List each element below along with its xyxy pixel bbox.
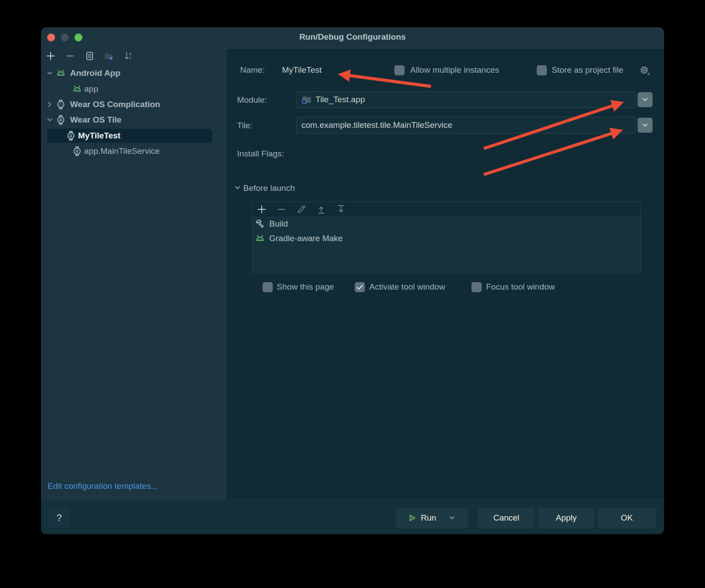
tree-item-app-maintileservice[interactable]: app.MainTileService bbox=[41, 144, 226, 158]
android-icon bbox=[72, 84, 82, 96]
module-select[interactable]: Tile_Test.app bbox=[296, 91, 636, 108]
run-button-label: Run bbox=[421, 513, 436, 523]
run-debug-configurations-dialog: Run/Debug Configurations bbox=[41, 27, 664, 534]
name-value[interactable]: MyTileTest bbox=[282, 65, 322, 75]
tree-item-label: app.MainTileService bbox=[84, 146, 160, 156]
chevron-down-icon[interactable] bbox=[234, 184, 241, 193]
store-as-project-file-checkbox[interactable] bbox=[537, 65, 547, 75]
add-configuration-icon[interactable] bbox=[45, 51, 56, 61]
show-this-page-checkbox[interactable] bbox=[263, 282, 273, 292]
apply-button[interactable]: Apply bbox=[538, 507, 594, 528]
sort-configurations-icon[interactable]: a z bbox=[123, 51, 134, 61]
chevron-right-icon[interactable] bbox=[46, 101, 53, 110]
play-icon bbox=[408, 514, 416, 522]
new-folder-icon[interactable] bbox=[104, 51, 114, 61]
chevron-down-icon[interactable] bbox=[449, 514, 456, 521]
android-icon bbox=[56, 68, 66, 80]
edit-task-icon[interactable] bbox=[296, 204, 307, 215]
tile-select[interactable]: com.example.tiletest.tile.MainTileServic… bbox=[296, 117, 636, 134]
svg-text:z: z bbox=[129, 56, 131, 60]
remove-task-icon[interactable] bbox=[276, 204, 287, 215]
tree-item-android-app[interactable]: Android App bbox=[41, 66, 226, 80]
gear-icon[interactable] bbox=[638, 64, 651, 78]
chevron-down-icon[interactable] bbox=[46, 70, 53, 78]
cancel-button[interactable]: Cancel bbox=[478, 507, 534, 528]
focus-tool-window-checkbox[interactable] bbox=[471, 282, 482, 292]
tree-item-label: MyTileTest bbox=[78, 130, 120, 141]
remove-configuration-icon[interactable] bbox=[65, 51, 75, 61]
task-label: Gradle-aware Make bbox=[269, 234, 343, 243]
tree-item-wear-os-tile[interactable]: Wear OS Tile bbox=[41, 113, 226, 127]
allow-multiple-instances-checkbox[interactable] bbox=[394, 65, 404, 75]
name-label: Name: bbox=[240, 65, 265, 75]
check-icon bbox=[356, 283, 364, 291]
window-title: Run/Debug Configurations bbox=[41, 32, 664, 42]
tile-dropdown-button[interactable] bbox=[638, 118, 653, 133]
chevron-down-icon[interactable] bbox=[46, 116, 53, 125]
android-icon bbox=[255, 233, 265, 244]
module-icon bbox=[301, 94, 312, 105]
tree-item-label: Android App bbox=[70, 68, 120, 78]
before-launch-title[interactable]: Before launch bbox=[243, 183, 295, 194]
ok-button[interactable]: OK bbox=[597, 507, 656, 528]
store-as-project-file-label: Store as project file bbox=[552, 65, 623, 75]
copy-configuration-icon[interactable] bbox=[84, 51, 95, 61]
titlebar: Run/Debug Configurations bbox=[41, 27, 664, 48]
watch-tile-icon bbox=[72, 146, 82, 158]
watch-tile-icon bbox=[66, 130, 76, 143]
activate-tool-window-checkbox[interactable] bbox=[355, 282, 365, 292]
install-flags-label: Install Flags: bbox=[237, 149, 284, 159]
screen: Run/Debug Configurations bbox=[0, 0, 705, 588]
sidebar-toolbar: a z bbox=[45, 51, 134, 61]
task-label: Build bbox=[269, 219, 288, 229]
tree-item-label: app bbox=[84, 84, 98, 94]
help-button[interactable]: ? bbox=[48, 507, 70, 528]
show-this-page-label: Show this page bbox=[277, 282, 334, 292]
activate-tool-window-label: Activate tool window bbox=[369, 282, 445, 292]
configurations-sidebar: a z Android App bbox=[41, 48, 226, 500]
edit-configuration-templates-link[interactable]: Edit configuration templates... bbox=[48, 481, 158, 491]
move-up-icon[interactable] bbox=[316, 204, 327, 215]
task-row-build[interactable]: Build bbox=[252, 216, 641, 231]
tree-item-app[interactable]: app bbox=[41, 82, 226, 96]
move-down-icon[interactable] bbox=[336, 204, 346, 215]
tree-item-mytiletest[interactable]: MyTileTest bbox=[41, 129, 226, 143]
tree-item-wear-os-complication[interactable]: Wear OS Complication bbox=[41, 97, 226, 112]
task-row-gradle-aware-make[interactable]: Gradle-aware Make bbox=[252, 231, 641, 246]
tree-item-label: Wear OS Complication bbox=[70, 99, 160, 110]
module-value: Tile_Test.app bbox=[315, 95, 365, 104]
watch-complication-icon bbox=[56, 99, 66, 112]
svg-text:a: a bbox=[129, 52, 131, 56]
before-launch-task-list: Build Gradle-aware Make bbox=[252, 216, 641, 273]
tile-value: com.example.tiletest.tile.MainTileServic… bbox=[301, 120, 452, 130]
tree-item-label: Wear OS Tile bbox=[70, 115, 122, 125]
hammer-icon bbox=[255, 219, 265, 229]
configuration-form: Name: MyTileTest Allow multiple instance… bbox=[226, 48, 664, 500]
before-launch-toolbar bbox=[252, 202, 641, 216]
run-button[interactable]: Run bbox=[396, 507, 468, 528]
add-task-icon[interactable] bbox=[256, 204, 267, 215]
focus-tool-window-label: Focus tool window bbox=[486, 282, 555, 292]
dialog-footer: ? Run Cancel Apply OK bbox=[41, 500, 664, 534]
module-label: Module: bbox=[237, 95, 267, 105]
module-dropdown-button[interactable] bbox=[638, 92, 653, 107]
watch-tile-icon bbox=[56, 115, 66, 127]
tile-label: Tile: bbox=[237, 120, 252, 131]
before-launch-panel: Build Gradle-aware Make bbox=[252, 201, 641, 273]
allow-multiple-instances-label: Allow multiple instances bbox=[410, 65, 499, 75]
